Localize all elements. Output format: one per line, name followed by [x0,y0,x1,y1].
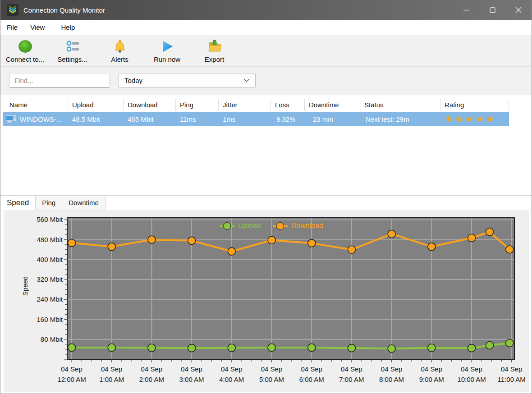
y-axis-tick-label: 400 Mbit [4,255,63,265]
connect-circle-icon [17,38,33,55]
tab-speed[interactable]: Speed [0,196,36,210]
y-axis-tick-label: 480 Mbit [4,235,63,245]
legend-marker-icon [273,222,288,230]
y-axis-tick-label: 320 Mbit [4,275,63,284]
find-input[interactable] [9,73,110,88]
run-now-label: Run now [154,55,180,63]
close-button[interactable] [505,0,532,20]
x-axis-tick-label: 04 Sep11:00 AM [485,364,532,385]
column-header-upload[interactable]: Upload [68,99,124,111]
maximize-icon [490,7,495,13]
column-header-jitter[interactable]: Jitter [219,99,271,111]
column-header-loss[interactable]: Loss [271,99,305,111]
titlebar: Connection Quality Monitor [0,0,532,20]
column-header-download[interactable]: Download [124,99,176,111]
minimize-button[interactable] [453,0,479,20]
legend-marker-icon [220,222,235,230]
play-icon [159,38,175,55]
device-name: WINDOWS-... [20,115,62,123]
column-header-ping[interactable]: Ping [176,99,219,111]
close-icon [515,7,522,13]
cell-loss: 9.32% [271,115,305,123]
legend-item-download: Download [273,222,323,230]
cell-upload: 48.5 Mbit [68,115,124,123]
settings-button[interactable]: Settings... [49,35,96,66]
window-controls [453,0,532,20]
chart-tabbar: Speed Ping Downtime [0,195,532,210]
export-label: Export [205,55,224,63]
window-title: Connection Quality Monitor [23,6,453,14]
speed-chart-plot [64,214,518,364]
export-button[interactable]: Export [191,35,238,66]
menu-view[interactable]: View [28,22,47,33]
results-table: Name Upload Download Ping Jitter Loss Do… [0,95,532,195]
maximize-button[interactable] [479,0,505,20]
column-header-name[interactable]: Name [0,99,68,111]
app-window: Connection Quality Monitor File View Hel… [0,0,532,394]
app-logo-icon [6,4,19,16]
cell-status: Next test: 29m [360,115,440,123]
alerts-label: Alerts [111,55,128,63]
bell-icon [112,38,128,55]
toolbar: Connect to... Settings... [0,35,532,67]
menu-help[interactable]: Help [58,22,78,33]
table-row[interactable]: WINDOWS-... 48.5 Mbit 465 Mbit 11ms 1ms … [3,112,509,126]
date-range-select[interactable]: Today [119,73,256,88]
cell-jitter: 1ms [219,115,271,123]
menubar: File View Help [0,20,532,35]
rating-stars-icon: ★★★★★ [445,114,496,124]
date-range-value: Today [124,77,142,84]
connect-label: Connect to... [6,55,44,63]
column-header-status[interactable]: Status [360,99,440,111]
cell-name: WINDOWS-... [3,115,68,124]
legend-item-upload: Upload [220,222,261,230]
filterbar: Today [0,67,532,95]
chart-legend: UploadDownload [220,222,323,230]
y-axis-tick-label: 560 Mbit [4,215,63,224]
minimize-icon [463,7,469,13]
speed-chart-pane: Speed 80 Mbit160 Mbit240 Mbit320 Mbit400… [4,210,529,392]
tab-ping[interactable]: Ping [36,196,62,210]
tab-downtime[interactable]: Downtime [62,196,105,210]
column-header-downtime[interactable]: Downtime [305,99,360,111]
legend-label: Download [291,222,323,230]
table-header: Name Upload Download Ping Jitter Loss Do… [0,98,532,112]
computer-icon [6,115,17,124]
y-axis-tick-label: 80 Mbit [4,334,63,344]
run-now-button[interactable]: Run now [143,35,191,66]
column-header-rating[interactable]: Rating [440,99,509,111]
chevron-down-icon [243,78,250,82]
alerts-button[interactable]: Alerts [96,35,143,66]
export-folder-icon [206,38,223,55]
cell-downtime: 23 min [305,115,360,123]
y-axis-tick-label: 160 Mbit [4,315,63,325]
cell-ping: 11ms [176,115,219,123]
cell-download: 465 Mbit [124,115,176,123]
connect-button[interactable]: Connect to... [1,35,49,66]
menu-file[interactable]: File [4,22,20,33]
settings-list-icon [64,38,81,55]
settings-label: Settings... [57,55,87,63]
y-axis-tick-label: 240 Mbit [4,294,63,304]
legend-label: Upload [238,222,261,230]
